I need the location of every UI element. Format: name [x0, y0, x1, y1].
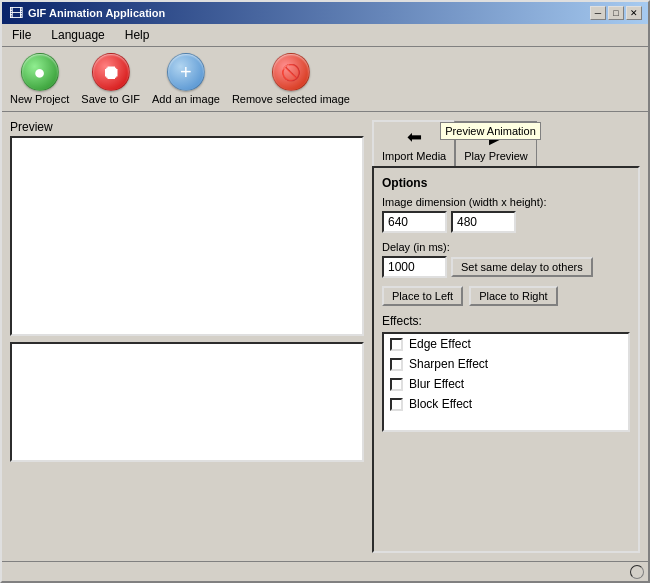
delay-input[interactable]	[382, 256, 447, 278]
filmstrip-section	[10, 342, 364, 462]
options-panel: Options Image dimension (width x height)…	[372, 166, 640, 553]
tabs-row: ⬅ Import Media ▶ Play Preview Preview An…	[372, 120, 640, 166]
block-effect-checkbox[interactable]	[390, 398, 403, 411]
toolbar: ● New Project ⏺ Save to GIF + Add an ima…	[2, 47, 648, 112]
remove-image-button[interactable]: 🚫 Remove selected image	[232, 53, 350, 105]
main-content: Preview ⬅ Import Media ▶ Play Preview Pr…	[2, 112, 648, 561]
delay-row: Set same delay to others	[382, 256, 630, 278]
app-icon: 🎞	[8, 5, 24, 21]
save-gif-icon: ⏺	[92, 53, 130, 91]
filmstrip-panel	[10, 342, 364, 462]
title-bar: 🎞 GIF Animation Application ─ □ ✕	[2, 2, 648, 24]
right-panel: ⬅ Import Media ▶ Play Preview Preview An…	[372, 120, 640, 553]
blur-effect-label: Blur Effect	[409, 377, 464, 391]
sharpen-effect-label: Sharpen Effect	[409, 357, 488, 371]
main-window: 🎞 GIF Animation Application ─ □ ✕ File L…	[0, 0, 650, 583]
list-item[interactable]: Edge Effect	[384, 334, 628, 354]
dimension-label: Image dimension (width x height):	[382, 196, 630, 208]
status-bar	[2, 561, 648, 581]
remove-image-icon: 🚫	[272, 53, 310, 91]
list-item[interactable]: Blur Effect	[384, 374, 628, 394]
list-item[interactable]: Block Effect	[384, 394, 628, 414]
save-to-gif-label: Save to GIF	[81, 93, 140, 105]
list-item[interactable]: Sharpen Effect	[384, 354, 628, 374]
effects-container: Edge Effect Sharpen Effect Blur Effect	[384, 334, 628, 414]
remove-image-label: Remove selected image	[232, 93, 350, 105]
dimension-row	[382, 211, 630, 233]
add-image-icon: +	[167, 53, 205, 91]
preview-canvas	[10, 136, 364, 336]
preview-animation-tooltip: Preview Animation	[440, 122, 541, 140]
status-indicator	[630, 565, 644, 579]
preview-section: Preview	[10, 120, 364, 336]
import-media-label: Import Media	[382, 150, 446, 162]
place-right-button[interactable]: Place to Right	[469, 286, 557, 306]
new-project-label: New Project	[10, 93, 69, 105]
save-to-gif-button[interactable]: ⏺ Save to GIF	[81, 53, 140, 105]
menu-language[interactable]: Language	[45, 26, 110, 44]
menu-bar: File Language Help	[2, 24, 648, 47]
menu-help[interactable]: Help	[119, 26, 156, 44]
play-preview-label: Play Preview	[464, 150, 528, 162]
new-project-button[interactable]: ● New Project	[10, 53, 69, 105]
height-input[interactable]	[451, 211, 516, 233]
title-controls: ─ □ ✕	[590, 6, 642, 20]
edge-effect-label: Edge Effect	[409, 337, 471, 351]
maximize-button[interactable]: □	[608, 6, 624, 20]
close-button[interactable]: ✕	[626, 6, 642, 20]
sharpen-effect-checkbox[interactable]	[390, 358, 403, 371]
add-image-label: Add an image	[152, 93, 220, 105]
window-title: GIF Animation Application	[28, 7, 165, 19]
edge-effect-checkbox[interactable]	[390, 338, 403, 351]
block-effect-label: Block Effect	[409, 397, 472, 411]
minimize-button[interactable]: ─	[590, 6, 606, 20]
width-input[interactable]	[382, 211, 447, 233]
place-row: Place to Left Place to Right	[382, 286, 630, 306]
set-delay-button[interactable]: Set same delay to others	[451, 257, 593, 277]
preview-label: Preview	[10, 120, 364, 134]
effects-list: Edge Effect Sharpen Effect Blur Effect	[382, 332, 630, 432]
import-media-icon: ⬅	[407, 126, 422, 148]
title-bar-left: 🎞 GIF Animation Application	[8, 5, 165, 21]
options-title: Options	[382, 176, 630, 190]
delay-label: Delay (in ms):	[382, 241, 630, 253]
left-panel: Preview	[10, 120, 364, 553]
play-preview-tab[interactable]: ▶ Play Preview Preview Animation	[455, 121, 537, 166]
add-image-button[interactable]: + Add an image	[152, 53, 220, 105]
blur-effect-checkbox[interactable]	[390, 378, 403, 391]
new-project-icon: ●	[21, 53, 59, 91]
effects-label: Effects:	[382, 314, 630, 328]
menu-file[interactable]: File	[6, 26, 37, 44]
place-left-button[interactable]: Place to Left	[382, 286, 463, 306]
